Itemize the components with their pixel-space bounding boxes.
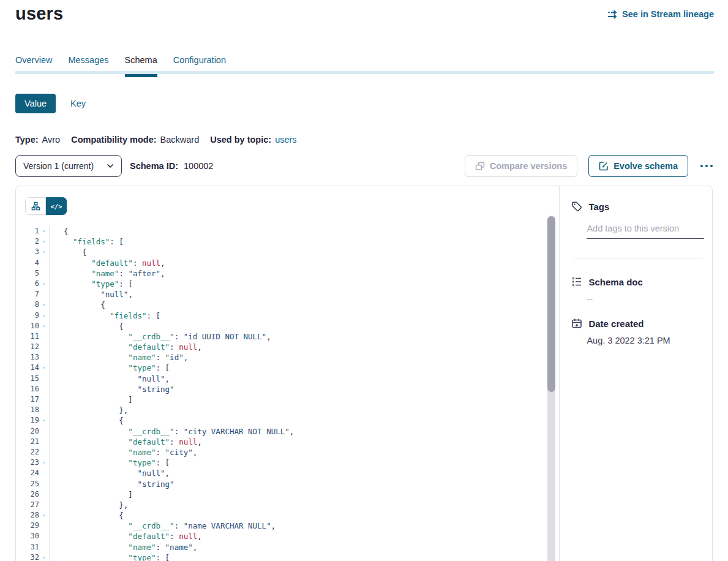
code-text: ] xyxy=(50,489,133,500)
tab-schema[interactable]: Schema xyxy=(125,55,157,77)
version-select[interactable]: Version 1 (current) xyxy=(15,155,122,177)
line-number: 2 xyxy=(16,236,39,247)
fold-gutter xyxy=(39,437,50,447)
editor-scrollbar-thumb[interactable] xyxy=(547,216,555,392)
fold-gutter xyxy=(39,342,50,352)
value-toggle-button[interactable]: Value xyxy=(15,94,56,113)
code-line: 17 ] xyxy=(16,394,547,405)
compatibility-value: Backward xyxy=(160,135,200,145)
schema-doc-icon xyxy=(571,276,582,287)
fold-gutter xyxy=(39,352,50,363)
fold-toggle-icon[interactable]: ▾ xyxy=(39,247,50,257)
date-created-title: Date created xyxy=(588,318,644,329)
tab-messages[interactable]: Messages xyxy=(68,55,108,77)
code-view-button[interactable]: </> xyxy=(46,197,67,215)
line-number: 13 xyxy=(16,352,39,363)
fold-toggle-icon[interactable]: ▾ xyxy=(39,321,50,331)
code-text: "type": [ xyxy=(50,363,170,373)
code-line: 20 "__crdb__": "city VARCHAR NOT NULL", xyxy=(16,426,547,437)
code-text: "fields": [ xyxy=(50,236,124,247)
fold-gutter xyxy=(39,489,50,500)
code-line: 27 }, xyxy=(16,500,547,510)
stream-lineage-link[interactable]: See in Stream lineage xyxy=(607,9,714,19)
code-text: "string" xyxy=(50,384,174,394)
line-number: 32 xyxy=(16,552,39,561)
code-view-icon: </> xyxy=(51,203,62,210)
code-line: 22 "name": "city", xyxy=(16,447,547,457)
fold-toggle-icon[interactable]: ▾ xyxy=(39,311,50,321)
more-options-button[interactable] xyxy=(699,162,714,170)
fold-toggle-icon[interactable]: ▾ xyxy=(39,552,50,561)
schema-meta-row: Type: Avro Compatibility mode: Backward … xyxy=(15,135,297,145)
line-number: 29 xyxy=(16,521,39,531)
schema-id-label: Schema ID: xyxy=(130,161,178,171)
schema-panel: </> 1▾{2▾ "fields": [3▾ {4 "default": nu… xyxy=(15,186,713,561)
editor-scrollbar-track[interactable] xyxy=(547,216,555,561)
code-text: "fields": [ xyxy=(50,311,160,321)
code-text: "name": "id", xyxy=(50,352,188,363)
fold-gutter xyxy=(39,479,50,489)
version-bar: Version 1 (current) Schema ID: 100002 Co… xyxy=(15,155,714,177)
code-line: 7 "null", xyxy=(16,289,547,299)
line-number: 18 xyxy=(16,405,39,415)
code-line: 8▾ { xyxy=(16,299,547,310)
line-number: 22 xyxy=(16,447,39,457)
fold-toggle-icon[interactable]: ▾ xyxy=(39,279,50,289)
used-by-topic-label: Used by topic: xyxy=(210,135,271,145)
stream-lineage-icon xyxy=(607,10,618,19)
schema-id-value: 100002 xyxy=(184,161,213,171)
code-text: ] xyxy=(50,394,133,405)
schema-editor: </> 1▾{2▾ "fields": [3▾ {4 "default": nu… xyxy=(16,186,559,561)
line-number: 6 xyxy=(16,279,39,289)
fold-gutter xyxy=(39,500,50,510)
line-number: 27 xyxy=(16,500,39,510)
fold-gutter xyxy=(39,468,50,478)
code-line: 4 "default": null, xyxy=(16,258,547,268)
schema-doc-section-header: Schema doc xyxy=(571,276,642,287)
line-number: 9 xyxy=(16,311,39,321)
line-number: 31 xyxy=(16,542,39,552)
fold-toggle-icon[interactable]: ▾ xyxy=(39,236,50,247)
code-line: 23▾ "type": [ xyxy=(16,457,547,468)
compare-versions-icon xyxy=(475,162,485,171)
code-text: "null", xyxy=(50,289,133,299)
tree-view-button[interactable] xyxy=(25,197,46,215)
line-number: 7 xyxy=(16,289,39,299)
code-line: 32▾ "type": [ xyxy=(16,552,547,561)
line-number: 5 xyxy=(16,268,39,279)
code-text: }, xyxy=(50,405,128,415)
date-created-value: Aug. 3 2022 3:21 PM xyxy=(587,336,670,345)
fold-toggle-icon[interactable]: ▾ xyxy=(39,363,50,373)
evolve-schema-button[interactable]: Evolve schema xyxy=(588,155,688,177)
compare-versions-button[interactable]: Compare versions xyxy=(465,155,578,177)
code-text: "type": [ xyxy=(50,457,170,468)
tags-input[interactable] xyxy=(587,222,704,239)
key-toggle-link[interactable]: Key xyxy=(70,99,86,108)
page-title: users xyxy=(15,4,63,24)
used-by-topic-link[interactable]: users xyxy=(275,135,296,145)
fold-toggle-icon[interactable]: ▾ xyxy=(39,457,50,468)
line-number: 24 xyxy=(16,468,39,478)
tab-overview[interactable]: Overview xyxy=(15,55,52,77)
fold-toggle-icon[interactable]: ▾ xyxy=(39,226,50,236)
schema-kind-toggle: Value Key xyxy=(15,94,86,113)
fold-gutter xyxy=(39,542,50,552)
code-lines[interactable]: 1▾{2▾ "fields": [3▾ {4 "default": null,5… xyxy=(16,224,547,561)
sidebar-divider xyxy=(574,258,704,258)
code-text: "string" xyxy=(50,479,174,489)
fold-gutter xyxy=(39,531,50,541)
line-number: 21 xyxy=(16,437,39,447)
code-text: "__crdb__": "city VARCHAR NOT NULL", xyxy=(50,426,294,437)
fold-toggle-icon[interactable]: ▾ xyxy=(39,415,50,426)
fold-gutter xyxy=(39,289,50,299)
fold-toggle-icon[interactable]: ▾ xyxy=(39,299,50,310)
code-text: "__crdb__": "id UUID NOT NULL", xyxy=(50,331,271,342)
fold-gutter xyxy=(39,394,50,405)
topic-tabs: Overview Messages Schema Configuration xyxy=(15,55,226,77)
compare-versions-label: Compare versions xyxy=(490,161,568,171)
fold-gutter xyxy=(39,268,50,279)
type-value: Avro xyxy=(42,135,61,145)
tab-configuration[interactable]: Configuration xyxy=(173,55,226,77)
line-number: 20 xyxy=(16,426,39,437)
fold-toggle-icon[interactable]: ▾ xyxy=(39,510,50,521)
